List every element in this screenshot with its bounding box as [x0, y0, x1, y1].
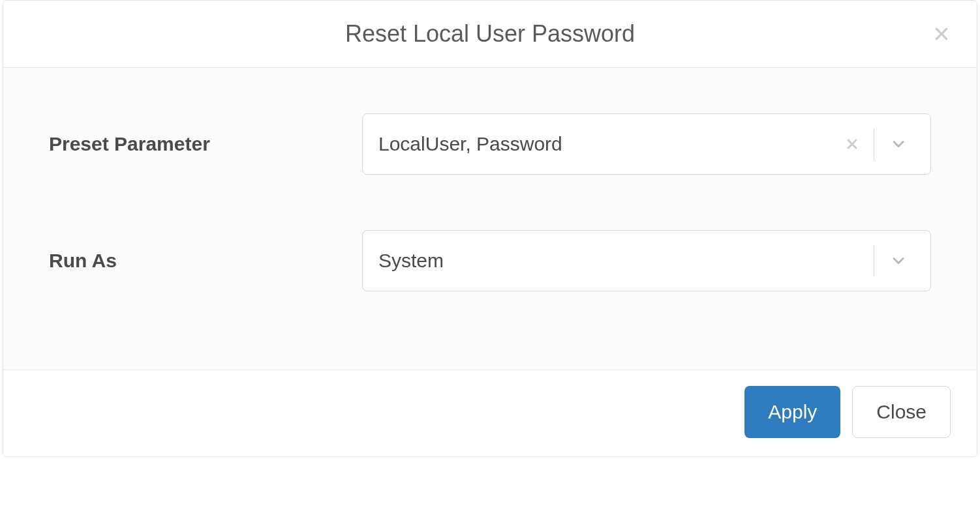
preset-parameter-icons: [836, 128, 915, 160]
clear-icon[interactable]: [836, 128, 868, 160]
run-as-select[interactable]: System: [362, 230, 931, 291]
run-as-select-wrap: System: [362, 230, 931, 291]
preset-parameter-value: LocalUser, Password: [378, 133, 836, 155]
run-as-label: Run As: [49, 250, 362, 272]
chevron-down-icon[interactable]: [882, 244, 915, 277]
preset-parameter-select-wrap: LocalUser, Password: [362, 113, 931, 175]
chevron-down-icon[interactable]: [882, 128, 915, 160]
modal-dialog: Reset Local User Password Preset Paramet…: [3, 0, 977, 457]
preset-parameter-label: Preset Parameter: [49, 133, 362, 155]
form-row-run-as: Run As System: [49, 230, 931, 291]
run-as-value: System: [378, 250, 868, 272]
divider: [874, 128, 874, 160]
divider: [874, 245, 874, 276]
modal-title: Reset Local User Password: [345, 20, 635, 48]
close-icon[interactable]: [932, 25, 951, 43]
form-row-preset-parameter: Preset Parameter LocalUser, Password: [49, 113, 931, 175]
modal-header: Reset Local User Password: [3, 1, 977, 68]
modal-footer: Apply Close: [3, 370, 977, 456]
apply-button[interactable]: Apply: [744, 386, 840, 438]
preset-parameter-select[interactable]: LocalUser, Password: [362, 113, 931, 175]
run-as-icons: [868, 244, 915, 277]
close-button[interactable]: Close: [852, 386, 951, 438]
modal-body: Preset Parameter LocalUser, Password: [3, 68, 977, 370]
